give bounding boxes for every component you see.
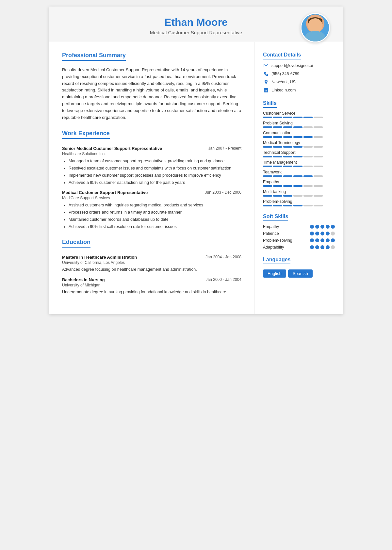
skill-name: Multi-tasking (263, 189, 335, 194)
skill-bar (263, 126, 335, 128)
right-column: Contact Details support@cvdesigner.ai (255, 42, 343, 314)
soft-skill-name: Problem-solving (263, 238, 292, 243)
skill-item: Empathy (263, 180, 335, 187)
dots-container (310, 225, 335, 229)
job-header-2: Medical Customer Support Representative … (62, 190, 241, 195)
dot (310, 245, 314, 249)
linkedin-icon: in (263, 87, 269, 93)
soft-skill-item: Problem-solving (263, 238, 335, 243)
language-badge: English (263, 269, 286, 278)
skill-name: Customer Service (263, 111, 335, 116)
skill-name: Medical Terminology (263, 140, 335, 145)
job-date-2: Jun 2003 - Dec 2006 (205, 190, 241, 195)
job-bullets-1: Managed a team of customer support repre… (62, 158, 241, 186)
professional-summary-section: Professional Summary Results-driven Medi… (62, 52, 241, 121)
skills-section: Skills Customer ServiceProblem SolvingCo… (263, 100, 335, 206)
header-section: Ethan Moore Medical Customer Support Rep… (49, 7, 343, 42)
soft-skills-list: EmpathyPatienceProblem-solvingAdaptabili… (263, 224, 335, 250)
skill-item: Communication (263, 131, 335, 138)
skill-name: Problem-solving (263, 199, 335, 204)
edu-school-1: University of California, Los Angeles (62, 260, 241, 265)
dot (315, 245, 319, 249)
dot (320, 238, 324, 242)
job-bullets-2: Assisted customers with inquiries regard… (62, 202, 241, 230)
bullet-item: Managed a team of customer support repre… (69, 158, 241, 164)
skill-bar (263, 175, 335, 177)
edu-date-2: Jan 2000 - Jan 2004 (206, 277, 241, 282)
languages-list: EnglishSpanish (263, 267, 335, 278)
edu-header-1: Masters in Healthcare Administration Jan… (62, 255, 241, 260)
soft-skill-item: Adaptability (263, 245, 335, 250)
soft-skills-title: Soft Skills (263, 214, 288, 221)
job-date-1: Jan 2007 - Present (208, 146, 241, 151)
job-title-2: Medical Customer Support Representative (62, 190, 148, 195)
skill-name: Time Management (263, 160, 335, 165)
dot (326, 245, 330, 249)
work-experience-section: Work Experience Senior Medical Customer … (62, 130, 241, 230)
contact-linkedin: in LinkedIn.com (263, 87, 335, 93)
email-icon (263, 63, 269, 69)
languages-section: Languages EnglishSpanish (263, 257, 335, 278)
dot (315, 225, 319, 229)
dot (320, 225, 324, 229)
dot (310, 232, 314, 235)
skill-item: Technical Support (263, 150, 335, 157)
skill-bar (263, 205, 335, 206)
skill-bar (263, 166, 335, 167)
skills-list: Customer ServiceProblem SolvingCommunica… (263, 111, 335, 206)
dot (310, 238, 314, 242)
edu-school-2: University of Michigan (62, 283, 241, 287)
skill-bar (263, 185, 335, 187)
contact-title: Contact Details (263, 52, 301, 59)
dot (326, 225, 330, 229)
avatar (301, 13, 330, 42)
edu-desc-2: Undergraduate degree in nursing providin… (62, 289, 241, 295)
location-icon (263, 79, 269, 85)
education-item-1: Masters in Healthcare Administration Jan… (62, 255, 241, 273)
contact-email: support@cvdesigner.ai (263, 63, 335, 69)
skill-bar (263, 117, 335, 118)
bullet-item: Implemented new customer support process… (69, 172, 241, 179)
soft-skill-item: Empathy (263, 224, 335, 229)
phone-icon (263, 71, 269, 77)
skill-item: Problem Solving (263, 121, 335, 128)
job-item: Senior Medical Customer Support Represen… (62, 146, 241, 186)
skills-title: Skills (263, 100, 277, 108)
dots-container (310, 232, 335, 235)
skill-bar (263, 195, 335, 197)
edu-date-1: Jan 2004 - Jan 2008 (206, 255, 241, 259)
dot (331, 238, 335, 242)
skill-item: Customer Service (263, 111, 335, 118)
dot (315, 238, 319, 242)
languages-title: Languages (263, 257, 290, 264)
bullet-item: Achieved a 90% first call resolution rat… (69, 224, 241, 230)
skill-name: Teamwork (263, 170, 335, 174)
education-section: Education Masters in Healthcare Administ… (62, 239, 241, 295)
work-experience-title: Work Experience (62, 130, 110, 139)
candidate-title: Medical Customer Support Representative (62, 30, 330, 35)
education-title: Education (62, 239, 90, 248)
dot (310, 225, 314, 229)
left-column: Professional Summary Results-driven Medi… (49, 42, 255, 314)
summary-text: Results-driven Medical Customer Support … (62, 67, 241, 121)
main-content: Professional Summary Results-driven Medi… (49, 42, 343, 314)
resume-container: Ethan Moore Medical Customer Support Rep… (49, 7, 343, 314)
dots-container (310, 238, 335, 242)
skill-name: Empathy (263, 180, 335, 184)
skill-item: Time Management (263, 160, 335, 167)
job-company-2: MediCare Support Services (62, 196, 241, 200)
job-company-1: Healthcare Solutions Inc. (62, 152, 241, 156)
soft-skill-name: Empathy (263, 224, 279, 229)
skill-bar (263, 136, 335, 138)
dot (320, 245, 324, 249)
dot (331, 232, 335, 235)
contact-section: Contact Details support@cvdesigner.ai (263, 52, 335, 93)
skill-item: Multi-tasking (263, 189, 335, 197)
bullet-item: Maintained customer records and database… (69, 217, 241, 223)
dot (326, 232, 330, 235)
skill-name: Problem Solving (263, 121, 335, 125)
candidate-name: Ethan Moore (62, 16, 330, 28)
edu-degree-1: Masters in Healthcare Administration (62, 255, 137, 260)
bullet-item: Achieved a 95% customer satisfaction rat… (69, 180, 241, 186)
skill-item: Medical Terminology (263, 140, 335, 148)
